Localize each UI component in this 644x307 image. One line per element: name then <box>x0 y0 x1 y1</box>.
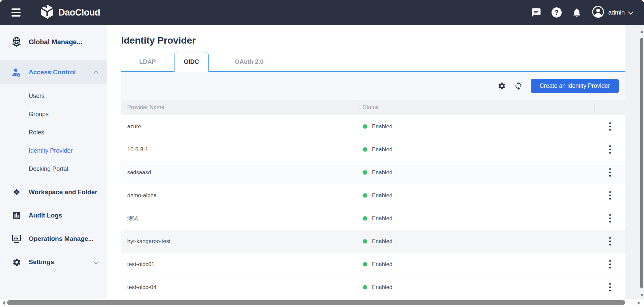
status-cell: Enabled <box>358 192 595 199</box>
status-label: Enabled <box>372 123 393 130</box>
table-row[interactable]: 测试 Enabled <box>121 207 625 230</box>
oidc-tab-panel: Create an Identity Provider Provider Nam… <box>121 72 625 297</box>
scroll-left-arrow-icon[interactable] <box>2 301 5 305</box>
tab-ldap[interactable]: LDAP <box>121 52 174 71</box>
brand-name: DaoCloud <box>58 7 100 18</box>
globe-icon <box>11 36 22 47</box>
provider-name-cell: test-oidc-04 <box>121 284 358 290</box>
sidebar-item-audit-logs[interactable]: Audit Logs <box>0 205 107 226</box>
row-actions-kebab-icon[interactable] <box>607 258 613 271</box>
vertical-scrollbar[interactable] <box>640 25 644 299</box>
table-row[interactable]: demo-alpha Enabled <box>121 184 625 207</box>
sidebar-item-label: Docking Portal <box>29 165 68 173</box>
provider-name-cell: 10-6-8-1 <box>121 146 358 153</box>
status-dot-icon <box>363 216 367 221</box>
sidebar-item-settings[interactable]: Settings <box>0 251 107 273</box>
audit-logs-icon <box>11 211 22 220</box>
vertical-scrollbar-thumb[interactable] <box>640 38 643 288</box>
actions-cell <box>595 120 625 133</box>
app-window: DaoCloud ? admin <box>0 0 644 307</box>
topbar-actions: ? admin <box>531 6 633 19</box>
column-settings-gear-icon[interactable] <box>498 82 506 90</box>
avatar-icon <box>592 6 604 19</box>
row-actions-kebab-icon[interactable] <box>607 189 613 202</box>
tab-oidc[interactable]: OIDC <box>174 52 209 72</box>
question-mark-glyph: ? <box>552 7 562 18</box>
tab-oauth2[interactable]: OAuth 2.0 <box>209 52 290 71</box>
actions-cell <box>595 281 625 293</box>
actions-cell <box>595 166 625 179</box>
row-actions-kebab-icon[interactable] <box>607 235 613 248</box>
user-name: admin <box>608 9 625 16</box>
sidebar-item-label: Access Control <box>29 69 76 76</box>
status-dot-icon <box>363 285 367 289</box>
feedback-chat-icon[interactable] <box>531 7 541 18</box>
sidebar-item-label: Roles <box>29 129 44 136</box>
horizontal-scrollbar[interactable] <box>0 299 644 307</box>
tab-bar: LDAP OIDC OAuth 2.0 <box>121 52 625 72</box>
help-icon[interactable]: ? <box>552 7 562 18</box>
access-control-icon <box>11 67 22 77</box>
provider-name-cell: hyt-kangaroo-test <box>121 238 358 245</box>
sidebar-item-label: Identity Provider <box>29 147 73 154</box>
top-navigation-bar: DaoCloud ? admin <box>0 0 644 25</box>
sidebar-item-users[interactable]: Users <box>0 87 107 105</box>
row-actions-kebab-icon[interactable] <box>607 166 613 179</box>
status-dot-icon <box>363 170 367 175</box>
table-row[interactable]: sadsaasd Enabled <box>121 161 625 184</box>
provider-name-cell: azure <box>121 123 358 130</box>
provider-name-cell: demo-alpha <box>121 192 358 199</box>
row-actions-kebab-icon[interactable] <box>607 143 613 156</box>
row-actions-kebab-icon[interactable] <box>607 281 613 293</box>
status-label: Enabled <box>372 169 393 176</box>
table-row[interactable]: hyt-kangaroo-test Enabled <box>121 230 625 253</box>
chevron-down-icon <box>628 9 634 15</box>
sidebar-item-docking-portal[interactable]: Docking Portal <box>0 160 107 178</box>
sidebar-item-label: Workspace and Folder <box>29 188 97 196</box>
actions-cell <box>595 235 625 248</box>
menu-hamburger-icon[interactable] <box>9 6 23 19</box>
status-dot-icon <box>363 239 367 244</box>
settings-gear-icon <box>11 258 22 267</box>
status-dot-icon <box>363 262 367 266</box>
sidebar-item-label: Audit Logs <box>29 212 62 219</box>
daocloud-cube-icon <box>40 4 54 21</box>
table-row[interactable]: 10-6-8-1 Enabled <box>121 138 625 161</box>
status-label: Enabled <box>372 215 393 222</box>
create-identity-provider-button[interactable]: Create an Identity Provider <box>531 79 619 93</box>
chevron-up-icon <box>93 71 99 76</box>
sidebar-item-workspace-and-folder[interactable]: ❖ Workspace and Folder <box>0 181 107 203</box>
row-actions-kebab-icon[interactable] <box>607 212 613 225</box>
status-cell: Enabled <box>358 146 595 153</box>
scroll-right-arrow-icon[interactable] <box>638 301 640 305</box>
sidebar-item-operations-management[interactable]: Operations Manage... <box>0 228 107 250</box>
table-row[interactable]: azure Enabled <box>121 115 625 138</box>
brand-logo[interactable]: DaoCloud <box>40 4 100 21</box>
status-cell: Enabled <box>358 261 595 267</box>
sidebar-item-groups[interactable]: Groups <box>0 105 107 123</box>
refresh-icon[interactable] <box>514 81 523 90</box>
sidebar-item-label: Users <box>29 93 45 100</box>
provider-name-cell: test-oidc01 <box>121 261 358 267</box>
column-header-provider-name: Provider Name <box>121 103 358 112</box>
scroll-down-arrow-icon[interactable] <box>640 294 644 297</box>
table-row[interactable]: test-oidc-04 Enabled <box>121 276 625 297</box>
sidebar-item-global-management[interactable]: Global Manage... <box>0 31 107 53</box>
sidebar-item-label: Groups <box>29 111 49 118</box>
scroll-gutter <box>625 25 644 299</box>
horizontal-scrollbar-thumb[interactable] <box>7 300 625 305</box>
status-cell: Enabled <box>358 169 595 176</box>
status-label: Enabled <box>372 146 393 153</box>
status-label: Enabled <box>372 284 393 290</box>
scroll-up-arrow-icon[interactable] <box>640 30 644 33</box>
table-row[interactable]: test-oidc01 Enabled <box>121 253 625 276</box>
row-actions-kebab-icon[interactable] <box>607 120 613 133</box>
sidebar-item-identity-provider[interactable]: Identity Provider <box>0 142 107 160</box>
status-label: Enabled <box>372 238 393 245</box>
sidebar-item-access-control[interactable]: Access Control <box>0 60 107 84</box>
sidebar-item-roles[interactable]: Roles <box>0 123 107 142</box>
notifications-bell-icon[interactable] <box>572 7 582 18</box>
user-menu[interactable]: admin <box>592 6 633 19</box>
actions-cell <box>595 212 625 225</box>
sidebar-item-label: Settings <box>29 258 54 266</box>
